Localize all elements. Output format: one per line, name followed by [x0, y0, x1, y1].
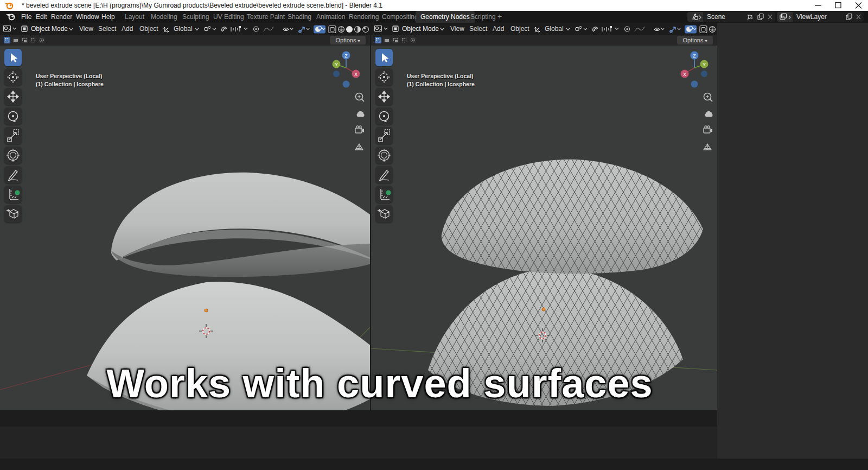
svg-text:Z: Z — [344, 53, 348, 59]
svg-text:Y: Y — [703, 62, 706, 67]
svg-text:Y: Y — [335, 62, 338, 67]
svg-text:X: X — [683, 72, 686, 77]
svg-text:X: X — [354, 72, 358, 77]
svg-text:Z: Z — [693, 53, 696, 59]
